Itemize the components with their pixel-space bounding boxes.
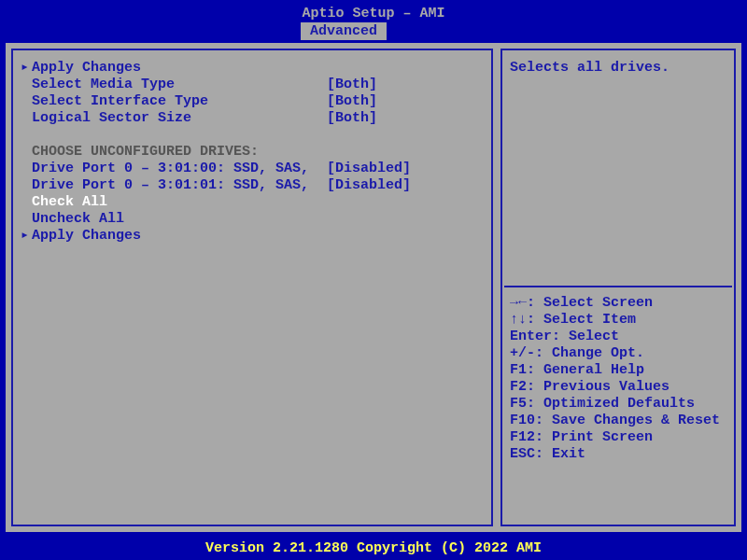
menu-row[interactable]: Logical Sector Size[Both] (21, 110, 484, 127)
help-key-line: ↑↓: Select Item (510, 312, 726, 329)
help-key-line: +/-: Change Opt. (510, 345, 726, 362)
footer-version: Version 2.21.1280 Copyright (C) 2022 AMI (0, 540, 747, 556)
menu-panel: ▸Apply Changes Select Media Type[Both] S… (11, 49, 493, 526)
help-panel: Selects all drives. →←: Select Screen↑↓:… (500, 49, 736, 526)
tab-advanced[interactable]: Advanced (301, 22, 387, 40)
help-key-line: F12: Print Screen (510, 429, 726, 446)
menu-item-value: [Disabled] (327, 161, 411, 177)
help-key-line: ESC: Exit (510, 446, 726, 463)
title-bar: Aptio Setup – AMI Advanced (0, 0, 747, 41)
submenu-arrow-icon (21, 194, 32, 211)
menu-item-label: Select Media Type (32, 77, 327, 93)
submenu-arrow-icon (21, 211, 32, 228)
help-key-line: F2: Previous Values (510, 379, 726, 396)
menu-row[interactable]: ▸Apply Changes (21, 60, 484, 77)
setup-title: Aptio Setup – AMI (0, 6, 747, 21)
menu-item-label: Uncheck All (32, 211, 327, 228)
menu-item-value: [Both] (327, 110, 377, 127)
menu-row[interactable]: ▸Apply Changes (21, 228, 484, 245)
help-separator (504, 286, 732, 287)
menu-row[interactable]: Select Media Type[Both] (21, 77, 484, 93)
menu-row[interactable]: Drive Port 0 – 3:01:01: SSD, SAS,[Disabl… (21, 177, 484, 194)
submenu-arrow-icon: ▸ (21, 228, 32, 245)
submenu-arrow-icon (21, 77, 32, 93)
menu-row[interactable]: Drive Port 0 – 3:01:00: SSD, SAS,[Disabl… (21, 161, 484, 177)
submenu-arrow-icon (21, 93, 32, 110)
menu-item-label: Apply Changes (32, 228, 327, 245)
menu-item-label: Check All (32, 194, 327, 211)
menu-item-label: Drive Port 0 – 3:01:00: SSD, SAS, (32, 161, 327, 177)
help-key-line: F10: Save Changes & Reset (510, 413, 726, 429)
submenu-arrow-icon (21, 177, 32, 194)
submenu-arrow-icon (21, 110, 32, 127)
menu-item-label: Apply Changes (32, 60, 327, 77)
menu-item-value: [Both] (327, 77, 377, 93)
submenu-arrow-icon (21, 161, 32, 177)
menu-item-label: Select Interface Type (32, 93, 327, 110)
submenu-arrow-icon (21, 127, 32, 144)
menu-row: CHOOSE UNCONFIGURED DRIVES: (21, 144, 484, 161)
help-key-line: Enter: Select (510, 329, 726, 345)
menu-item-value: [Both] (327, 93, 377, 110)
help-key-line: F1: General Help (510, 362, 726, 379)
submenu-arrow-icon (21, 144, 32, 161)
menu-item-value: [Disabled] (327, 177, 411, 194)
menu-row[interactable]: Uncheck All (21, 211, 484, 228)
help-text: Selects all drives. (510, 60, 726, 77)
menu-row[interactable]: Select Interface Type[Both] (21, 93, 484, 110)
help-keys: →←: Select Screen↑↓: Select ItemEnter: S… (510, 295, 726, 463)
menu-row (21, 127, 484, 144)
help-key-line: F5: Optimized Defaults (510, 396, 726, 413)
menu-row[interactable]: Check All (21, 194, 484, 211)
menu-item-label: Logical Sector Size (32, 110, 327, 127)
menu-item-label (32, 127, 327, 144)
main-workspace: ▸Apply Changes Select Media Type[Both] S… (6, 43, 741, 532)
menu-item-label: Drive Port 0 – 3:01:01: SSD, SAS, (32, 177, 327, 194)
menu-item-label: CHOOSE UNCONFIGURED DRIVES: (32, 144, 327, 161)
submenu-arrow-icon: ▸ (21, 60, 32, 77)
help-key-line: →←: Select Screen (510, 295, 726, 312)
